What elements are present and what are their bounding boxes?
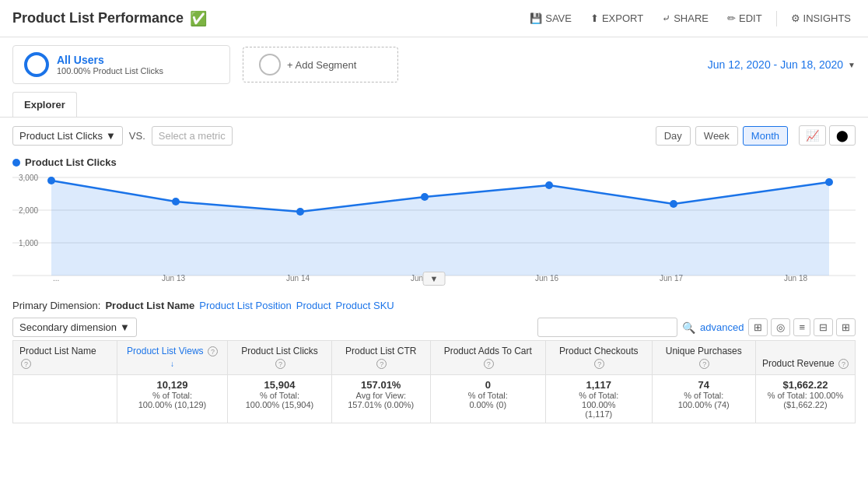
expand-icon: ▼: [430, 274, 439, 283]
svg-point-16: [172, 198, 180, 205]
table-search-input[interactable]: [537, 318, 677, 337]
table-grid-icon-btn[interactable]: ⊞: [748, 318, 768, 336]
help-icon-clicks[interactable]: ?: [275, 359, 285, 369]
secondary-dimension-dropdown[interactable]: Secondary dimension ▼: [12, 318, 137, 337]
time-btn-day[interactable]: Day: [656, 126, 691, 146]
chart-controls: Product List Clicks ▼ VS. Select a metri…: [0, 118, 868, 153]
svg-text:1,000: 1,000: [19, 239, 38, 248]
chart-expand-area: ▼: [423, 272, 446, 286]
header-left: Product List Performance ✅: [12, 10, 207, 27]
total-cell-ctr: 157.01% Avg for View:157.01% (0.00%): [331, 375, 430, 423]
col-header-views: Product List Views ? ↓: [117, 341, 227, 375]
help-icon-checkouts[interactable]: ?: [594, 359, 604, 369]
primary-dim-link-product[interactable]: Product: [296, 300, 331, 311]
primary-dim-link-position[interactable]: Product List Position: [199, 300, 292, 311]
total-adds-value: 0: [437, 379, 539, 391]
advanced-link[interactable]: advanced: [700, 321, 744, 333]
table-totals-row: 10,129 % of Total:100.00% (10,129) 15,90…: [13, 375, 856, 423]
total-cell-purchases: 74 % of Total:100.00% (74): [652, 375, 755, 423]
total-cell-views: 10,129 % of Total:100.00% (10,129): [117, 375, 227, 423]
date-range-picker[interactable]: Jun 12, 2020 - Jun 18, 2020 ▼: [708, 58, 856, 71]
data-table: Product List Name ? Product List Views ?…: [12, 340, 856, 423]
time-btn-week[interactable]: Week: [695, 126, 738, 146]
table-custom-icon-btn[interactable]: ⊞: [836, 318, 856, 336]
total-purchases-sub: % of Total:100.00% (74): [659, 391, 749, 409]
save-button[interactable]: 💾 SAVE: [525, 9, 576, 27]
primary-dim-label: Primary Dimension:: [12, 300, 100, 311]
share-button[interactable]: ⤶ SHARE: [657, 9, 713, 27]
explorer-tabs: Explorer: [0, 92, 868, 118]
total-cell-checkouts: 1,117 % of Total:100.00%(1,117): [545, 375, 652, 423]
svg-point-15: [47, 177, 55, 184]
legend-dot-icon: [12, 159, 20, 167]
segment-all-users[interactable]: All Users 100.00% Product List Clicks: [12, 45, 230, 84]
total-checkouts-sub: % of Total:100.00%(1,117): [552, 391, 646, 419]
segment-icon: [24, 52, 49, 77]
help-icon-purchases[interactable]: ?: [699, 359, 709, 369]
table-section: Primary Dimension: Product List Name Pro…: [0, 293, 868, 423]
verified-icon: ✅: [190, 10, 207, 27]
svg-point-20: [670, 200, 677, 208]
add-segment-circle-icon: [259, 54, 281, 75]
insights-icon: ⚙: [791, 12, 800, 24]
select-metric-dropdown[interactable]: Select a metric: [152, 126, 233, 146]
primary-dimension-row: Primary Dimension: Product List Name Pro…: [12, 293, 856, 314]
svg-text:3,000: 3,000: [19, 174, 38, 182]
total-cell-name: [13, 375, 117, 423]
total-purchases-value: 74: [659, 379, 749, 391]
segment-info: All Users 100.00% Product List Clicks: [57, 54, 163, 75]
search-area: 🔍 advanced ⊞ ◎ ≡ ⊟ ⊞: [537, 318, 856, 337]
total-cell-clicks: 15,904 % of Total:100.00% (15,904): [228, 375, 332, 423]
total-checkouts-value: 1,117: [552, 379, 646, 391]
col-header-revenue: Product Revenue ?: [755, 341, 855, 375]
edit-icon: ✏: [727, 12, 736, 24]
svg-point-19: [545, 181, 553, 189]
secondary-row: Secondary dimension ▼ 🔍 advanced ⊞ ◎ ≡ ⊟…: [12, 314, 856, 340]
total-cell-adds: 0 % of Total:0.00% (0): [430, 375, 545, 423]
table-view-icons: ⊞ ◎ ≡ ⊟ ⊞: [748, 318, 856, 336]
table-pivot-icon-btn[interactable]: ⊟: [814, 318, 833, 336]
total-clicks-sub: % of Total:100.00% (15,904): [234, 391, 325, 409]
col-header-purchases: Unique Purchases ?: [652, 341, 755, 375]
secondary-dropdown-arrow-icon: ▼: [120, 321, 130, 333]
metric-dropdown[interactable]: Product List Clicks ▼: [12, 126, 123, 146]
secondary-dim-label: Secondary dimension: [19, 321, 117, 333]
help-icon-views[interactable]: ?: [208, 346, 218, 356]
time-btn-month[interactable]: Month: [743, 126, 788, 146]
insights-button[interactable]: ⚙ INSIGHTS: [786, 9, 856, 27]
page-title: Product List Performance: [12, 10, 184, 26]
table-compare-icon-btn[interactable]: ≡: [793, 318, 810, 336]
export-button[interactable]: ⬆ EXPORT: [586, 9, 648, 27]
segment-bar: All Users 100.00% Product List Clicks + …: [0, 37, 868, 92]
search-button[interactable]: 🔍: [682, 321, 695, 334]
primary-dim-active: Product List Name: [105, 300, 194, 311]
time-buttons: Day Week Month 📈 ⬤: [656, 125, 856, 146]
sort-icon: ↓: [170, 360, 174, 368]
edit-button[interactable]: ✏ EDIT: [723, 9, 767, 27]
save-icon: 💾: [530, 12, 542, 24]
add-segment-button[interactable]: + Add Segment: [243, 47, 398, 83]
col-header-adds: Product Adds To Cart ?: [430, 341, 545, 375]
line-chart-button[interactable]: 📈: [799, 125, 826, 146]
share-icon: ⤶: [662, 12, 670, 24]
col-header-checkouts: Product Checkouts ?: [545, 341, 652, 375]
add-segment-label: + Add Segment: [287, 59, 356, 71]
chart-legend: Product List Clicks: [12, 153, 856, 170]
help-icon-ctr[interactable]: ?: [376, 359, 387, 369]
help-icon-revenue[interactable]: ?: [838, 359, 849, 369]
help-icon-adds[interactable]: ?: [484, 359, 494, 369]
tab-explorer[interactable]: Explorer: [12, 92, 77, 117]
col-header-name: Product List Name ?: [13, 341, 117, 375]
col-header-ctr: Product List CTR ?: [331, 341, 430, 375]
metric-selector: Product List Clicks ▼ VS. Select a metri…: [12, 126, 233, 146]
chart-expand-button[interactable]: ▼: [423, 272, 446, 286]
chevron-down-icon: ▼: [848, 61, 856, 69]
help-icon-name[interactable]: ?: [21, 359, 31, 369]
total-revenue-sub: % of Total: 100.00%($1,662.22): [762, 391, 849, 409]
metric-label: Product List Clicks: [19, 130, 103, 142]
pie-chart-button[interactable]: ⬤: [829, 125, 856, 146]
primary-dim-link-sku[interactable]: Product SKU: [336, 300, 394, 311]
select-metric-placeholder: Select a metric: [159, 130, 226, 142]
table-donut-icon-btn[interactable]: ◎: [771, 318, 790, 336]
legend-label: Product List Clicks: [25, 156, 117, 168]
